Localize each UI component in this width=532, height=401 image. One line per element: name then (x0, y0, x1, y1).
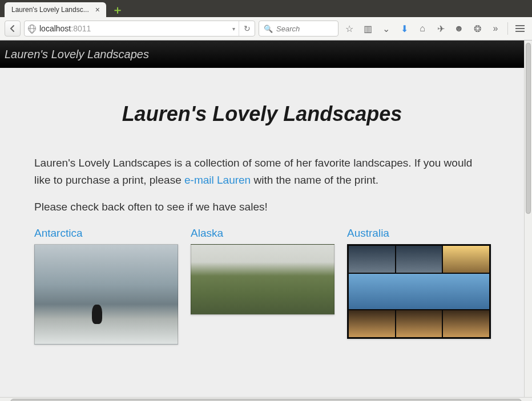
intro-paragraph-2: Please check back often to see if we hav… (34, 199, 490, 216)
divider (507, 22, 508, 35)
library-icon[interactable]: ▥ (360, 21, 375, 36)
gallery-item-antarctica: Antarctica (34, 227, 178, 345)
viewport-wrap: Lauren's Lovely Landscapes Lauren's Love… (0, 40, 532, 401)
intro-text-tail: with the name of the print. (251, 174, 378, 186)
gallery-item-alaska: Alaska (191, 227, 334, 345)
page-title: Lauren's Lovely Landscapes (34, 102, 490, 126)
tab-title: Lauren's Lovely Landsc... (11, 6, 89, 14)
gallery-link[interactable]: Australia (347, 227, 491, 240)
overflow-icon[interactable]: » (488, 21, 503, 36)
reload-button[interactable]: ↻ (239, 21, 255, 36)
scrollbar-thumb[interactable] (526, 43, 531, 214)
pocket-icon[interactable]: ⌄ (378, 21, 393, 36)
browser-chrome: Lauren's Lovely Landsc... × ＋ localhost:… (0, 0, 532, 40)
scrollbar-thumb[interactable] (10, 399, 522, 402)
face-icon[interactable]: ☻ (452, 21, 466, 36)
url-bar[interactable]: localhost:8011 ▾ ↻ (24, 21, 255, 37)
back-button[interactable] (5, 21, 21, 37)
send-icon[interactable]: ✈ (433, 21, 448, 36)
brand-link[interactable]: Lauren's Lovely Landscapes (5, 48, 149, 61)
new-tab-button[interactable]: ＋ (112, 4, 123, 15)
toolbar: localhost:8011 ▾ ↻ 🔍 ☆ ▥ ⌄ ⬇ ⌂ ✈ ☻ ❂ » (0, 17, 532, 40)
gallery-link[interactable]: Antarctica (34, 227, 178, 240)
site-topbar: Lauren's Lovely Landscapes (0, 40, 524, 68)
search-icon: 🔍 (264, 25, 273, 33)
search-input[interactable] (276, 25, 333, 33)
globe-icon (28, 25, 36, 33)
thumbnail-image[interactable] (347, 244, 491, 339)
search-bar[interactable]: 🔍 (259, 21, 338, 37)
dropdown-icon[interactable]: ▾ (232, 26, 235, 32)
scroll-left-icon[interactable]: ◂ (0, 398, 9, 402)
browser-tab[interactable]: Lauren's Lovely Landsc... × (5, 2, 106, 17)
menu-button[interactable] (513, 21, 527, 36)
close-icon[interactable]: × (94, 6, 102, 14)
horizontal-scrollbar[interactable]: ◂ ▸ (0, 397, 532, 401)
thumbnail-image[interactable] (34, 244, 178, 345)
url-text: localhost:8011 (39, 24, 91, 33)
scroll-right-icon[interactable]: ▸ (523, 398, 532, 402)
scrollbar-track[interactable] (9, 399, 523, 402)
viewport: Lauren's Lovely Landscapes Lauren's Love… (0, 40, 524, 397)
hamburger-icon (515, 25, 525, 32)
gallery-item-australia: Australia (347, 227, 491, 345)
vertical-scrollbar[interactable] (524, 40, 532, 397)
bookmark-star-icon[interactable]: ☆ (342, 21, 357, 36)
web-icon[interactable]: ❂ (470, 21, 485, 36)
home-icon[interactable]: ⌂ (415, 21, 430, 36)
tab-strip: Lauren's Lovely Landsc... × ＋ (0, 0, 532, 17)
downloads-icon[interactable]: ⬇ (397, 21, 412, 36)
thumbnail-image[interactable] (191, 244, 334, 315)
gallery: Antarctica Alaska Australia (34, 227, 490, 345)
page-content: Lauren's Lovely Landscapes Lauren's Love… (0, 68, 524, 367)
intro-paragraph-1: Lauren's Lovely Landscapes is a collecti… (34, 155, 490, 189)
gallery-link[interactable]: Alaska (191, 227, 334, 240)
email-link[interactable]: e-mail Lauren (184, 174, 251, 186)
